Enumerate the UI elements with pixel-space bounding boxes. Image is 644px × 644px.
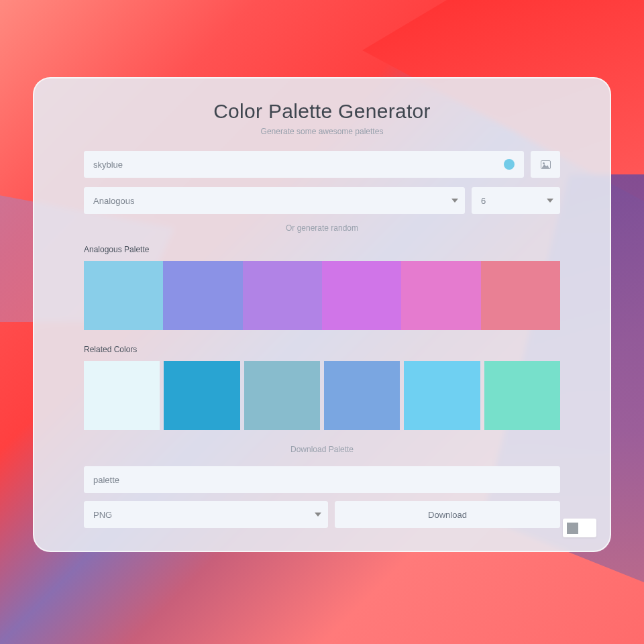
related-label: Related Colors: [84, 345, 560, 354]
download-button[interactable]: Download: [335, 501, 560, 528]
format-select[interactable]: PNG: [84, 501, 328, 528]
image-icon: [541, 160, 551, 169]
page-title: Color Palette Generator: [84, 100, 560, 123]
palette-swatch[interactable]: [84, 261, 163, 330]
scheme-select[interactable]: Analogous: [84, 187, 465, 214]
palette-label: Analogous Palette: [84, 245, 560, 254]
palette-swatch[interactable]: [322, 261, 401, 330]
related-swatch[interactable]: [164, 361, 239, 430]
download-row: PNG Download: [84, 501, 560, 528]
analogous-palette: [84, 261, 560, 330]
color-input-row: [84, 151, 560, 178]
scheme-row: Analogous 6: [84, 187, 560, 214]
related-swatch[interactable]: [244, 361, 320, 430]
related-swatch[interactable]: [484, 361, 560, 430]
palette-swatch[interactable]: [243, 261, 322, 330]
image-upload-button[interactable]: [531, 151, 560, 178]
page-subtitle: Generate some awesome palettes: [84, 127, 560, 136]
filename-input[interactable]: [93, 466, 551, 493]
related-swatch[interactable]: [84, 361, 160, 430]
related-palette: [84, 361, 560, 430]
palette-swatch[interactable]: [481, 261, 560, 330]
square-icon: [567, 523, 578, 534]
download-heading: Download Palette: [84, 445, 560, 454]
count-select[interactable]: 6: [472, 187, 560, 214]
generate-random-link[interactable]: Or generate random: [84, 223, 560, 233]
app-card: Color Palette Generator Generate some aw…: [33, 77, 611, 552]
color-preview-dot[interactable]: [504, 159, 515, 170]
filename-input-wrapper: [84, 466, 560, 493]
corner-widget[interactable]: [563, 519, 596, 537]
related-swatch[interactable]: [404, 361, 480, 430]
color-input[interactable]: [93, 151, 515, 178]
color-input-wrapper: [84, 151, 524, 178]
palette-swatch[interactable]: [163, 261, 242, 330]
palette-swatch[interactable]: [401, 261, 480, 330]
related-swatch[interactable]: [324, 361, 400, 430]
